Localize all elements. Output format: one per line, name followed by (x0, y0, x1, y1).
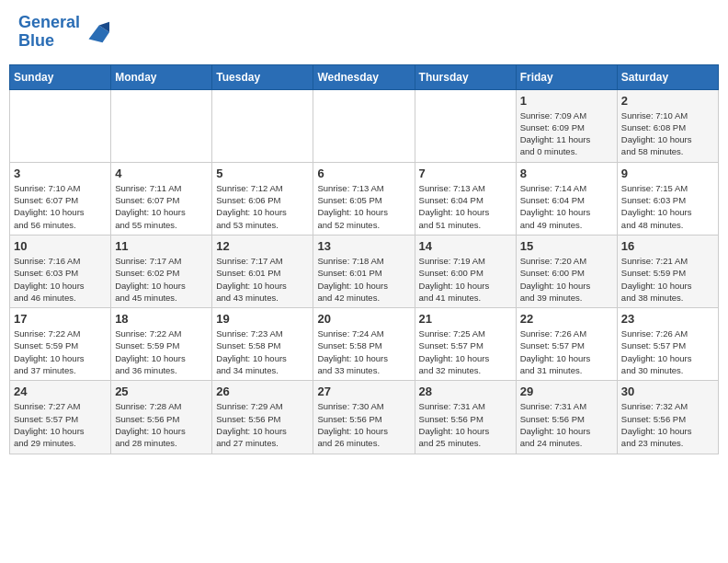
day-number: 21 (419, 312, 512, 326)
calendar-cell (313, 89, 415, 162)
day-info: Sunrise: 7:15 AMSunset: 6:03 PMDaylight:… (621, 182, 714, 231)
calendar-cell: 23Sunrise: 7:26 AMSunset: 5:57 PMDayligh… (617, 308, 718, 381)
calendar-cell: 7Sunrise: 7:13 AMSunset: 6:04 PMDaylight… (415, 162, 516, 235)
day-info: Sunrise: 7:30 AMSunset: 5:56 PMDaylight:… (317, 400, 410, 449)
day-info: Sunrise: 7:23 AMSunset: 5:58 PMDaylight:… (216, 327, 309, 376)
day-info: Sunrise: 7:09 AMSunset: 6:09 PMDaylight:… (520, 109, 613, 158)
day-info: Sunrise: 7:10 AMSunset: 6:07 PMDaylight:… (14, 182, 107, 231)
day-number: 12 (216, 239, 309, 253)
logo-icon (82, 18, 109, 46)
calendar-cell: 9Sunrise: 7:15 AMSunset: 6:03 PMDaylight… (617, 162, 718, 235)
day-info: Sunrise: 7:21 AMSunset: 5:59 PMDaylight:… (621, 255, 714, 304)
logo-text: GeneralBlue (18, 14, 80, 51)
day-number: 10 (14, 239, 107, 253)
calendar-cell: 29Sunrise: 7:31 AMSunset: 5:56 PMDayligh… (516, 381, 617, 454)
weekday-header-saturday: Saturday (617, 64, 718, 89)
calendar-cell (10, 89, 111, 162)
page-header: GeneralBlue (9, 9, 719, 55)
calendar-cell: 1Sunrise: 7:09 AMSunset: 6:09 PMDaylight… (516, 89, 617, 162)
day-info: Sunrise: 7:13 AMSunset: 6:04 PMDaylight:… (419, 182, 512, 231)
calendar-cell: 16Sunrise: 7:21 AMSunset: 5:59 PMDayligh… (617, 235, 718, 307)
calendar-cell: 20Sunrise: 7:24 AMSunset: 5:58 PMDayligh… (313, 308, 415, 381)
day-info: Sunrise: 7:31 AMSunset: 5:56 PMDaylight:… (520, 400, 613, 449)
calendar-cell: 19Sunrise: 7:23 AMSunset: 5:58 PMDayligh… (212, 308, 313, 381)
calendar-cell: 10Sunrise: 7:16 AMSunset: 6:03 PMDayligh… (10, 235, 111, 307)
calendar-cell: 11Sunrise: 7:17 AMSunset: 6:02 PMDayligh… (111, 235, 212, 307)
day-info: Sunrise: 7:25 AMSunset: 5:57 PMDaylight:… (419, 327, 512, 376)
weekday-header-wednesday: Wednesday (313, 64, 415, 89)
day-number: 24 (14, 385, 107, 398)
weekday-header-friday: Friday (516, 64, 617, 89)
day-info: Sunrise: 7:29 AMSunset: 5:56 PMDaylight:… (216, 400, 309, 449)
weekday-header-sunday: Sunday (10, 64, 111, 89)
day-number: 9 (621, 167, 714, 180)
week-row-4: 17Sunrise: 7:22 AMSunset: 5:59 PMDayligh… (10, 308, 719, 381)
day-number: 3 (14, 167, 107, 180)
day-info: Sunrise: 7:12 AMSunset: 6:06 PMDaylight:… (216, 182, 309, 231)
calendar-cell: 14Sunrise: 7:19 AMSunset: 6:00 PMDayligh… (415, 235, 516, 307)
day-number: 6 (317, 167, 410, 180)
day-info: Sunrise: 7:20 AMSunset: 6:00 PMDaylight:… (520, 255, 613, 304)
calendar-cell: 4Sunrise: 7:11 AMSunset: 6:07 PMDaylight… (111, 162, 212, 235)
day-info: Sunrise: 7:16 AMSunset: 6:03 PMDaylight:… (14, 255, 107, 304)
day-number: 18 (115, 312, 208, 326)
calendar-cell: 3Sunrise: 7:10 AMSunset: 6:07 PMDaylight… (10, 162, 111, 235)
calendar-cell: 17Sunrise: 7:22 AMSunset: 5:59 PMDayligh… (10, 308, 111, 381)
calendar-cell: 26Sunrise: 7:29 AMSunset: 5:56 PMDayligh… (212, 381, 313, 454)
calendar-cell (415, 89, 516, 162)
day-number: 14 (419, 239, 512, 253)
day-info: Sunrise: 7:17 AMSunset: 6:01 PMDaylight:… (216, 255, 309, 304)
calendar-table: SundayMondayTuesdayWednesdayThursdayFrid… (9, 64, 719, 454)
day-info: Sunrise: 7:28 AMSunset: 5:56 PMDaylight:… (115, 400, 208, 449)
day-number: 2 (621, 94, 714, 108)
weekday-header-monday: Monday (111, 64, 212, 89)
week-row-5: 24Sunrise: 7:27 AMSunset: 5:57 PMDayligh… (10, 381, 719, 454)
day-number: 27 (317, 385, 410, 398)
day-number: 20 (317, 312, 410, 326)
calendar-cell: 28Sunrise: 7:31 AMSunset: 5:56 PMDayligh… (415, 381, 516, 454)
day-number: 4 (115, 167, 208, 180)
weekday-header-thursday: Thursday (415, 64, 516, 89)
day-info: Sunrise: 7:10 AMSunset: 6:08 PMDaylight:… (621, 109, 714, 158)
week-row-3: 10Sunrise: 7:16 AMSunset: 6:03 PMDayligh… (10, 235, 719, 307)
calendar-cell: 22Sunrise: 7:26 AMSunset: 5:57 PMDayligh… (516, 308, 617, 381)
day-number: 19 (216, 312, 309, 326)
day-info: Sunrise: 7:14 AMSunset: 6:04 PMDaylight:… (520, 182, 613, 231)
calendar-cell (212, 89, 313, 162)
calendar-cell: 30Sunrise: 7:32 AMSunset: 5:56 PMDayligh… (617, 381, 718, 454)
day-number: 13 (317, 239, 410, 253)
day-number: 11 (115, 239, 208, 253)
day-info: Sunrise: 7:26 AMSunset: 5:57 PMDaylight:… (520, 327, 613, 376)
day-number: 22 (520, 312, 613, 326)
day-info: Sunrise: 7:27 AMSunset: 5:57 PMDaylight:… (14, 400, 107, 449)
day-info: Sunrise: 7:22 AMSunset: 5:59 PMDaylight:… (14, 327, 107, 376)
day-info: Sunrise: 7:31 AMSunset: 5:56 PMDaylight:… (419, 400, 512, 449)
calendar-cell: 25Sunrise: 7:28 AMSunset: 5:56 PMDayligh… (111, 381, 212, 454)
calendar-cell: 24Sunrise: 7:27 AMSunset: 5:57 PMDayligh… (10, 381, 111, 454)
calendar-cell: 6Sunrise: 7:13 AMSunset: 6:05 PMDaylight… (313, 162, 415, 235)
calendar-cell: 5Sunrise: 7:12 AMSunset: 6:06 PMDaylight… (212, 162, 313, 235)
day-number: 7 (419, 167, 512, 180)
calendar-cell: 21Sunrise: 7:25 AMSunset: 5:57 PMDayligh… (415, 308, 516, 381)
day-info: Sunrise: 7:32 AMSunset: 5:56 PMDaylight:… (621, 400, 714, 449)
day-number: 1 (520, 94, 613, 108)
day-number: 5 (216, 167, 309, 180)
calendar-cell: 13Sunrise: 7:18 AMSunset: 6:01 PMDayligh… (313, 235, 415, 307)
calendar-header-row: SundayMondayTuesdayWednesdayThursdayFrid… (10, 64, 719, 89)
day-info: Sunrise: 7:24 AMSunset: 5:58 PMDaylight:… (317, 327, 410, 376)
day-number: 17 (14, 312, 107, 326)
day-number: 28 (419, 385, 512, 398)
calendar-cell: 12Sunrise: 7:17 AMSunset: 6:01 PMDayligh… (212, 235, 313, 307)
day-number: 8 (520, 167, 613, 180)
calendar-cell: 27Sunrise: 7:30 AMSunset: 5:56 PMDayligh… (313, 381, 415, 454)
day-info: Sunrise: 7:13 AMSunset: 6:05 PMDaylight:… (317, 182, 410, 231)
day-number: 16 (621, 239, 714, 253)
calendar-cell: 18Sunrise: 7:22 AMSunset: 5:59 PMDayligh… (111, 308, 212, 381)
day-info: Sunrise: 7:26 AMSunset: 5:57 PMDaylight:… (621, 327, 714, 376)
calendar-cell: 2Sunrise: 7:10 AMSunset: 6:08 PMDaylight… (617, 89, 718, 162)
calendar-cell: 15Sunrise: 7:20 AMSunset: 6:00 PMDayligh… (516, 235, 617, 307)
day-info: Sunrise: 7:19 AMSunset: 6:00 PMDaylight:… (419, 255, 512, 304)
day-info: Sunrise: 7:17 AMSunset: 6:02 PMDaylight:… (115, 255, 208, 304)
day-number: 26 (216, 385, 309, 398)
calendar-cell (111, 89, 212, 162)
